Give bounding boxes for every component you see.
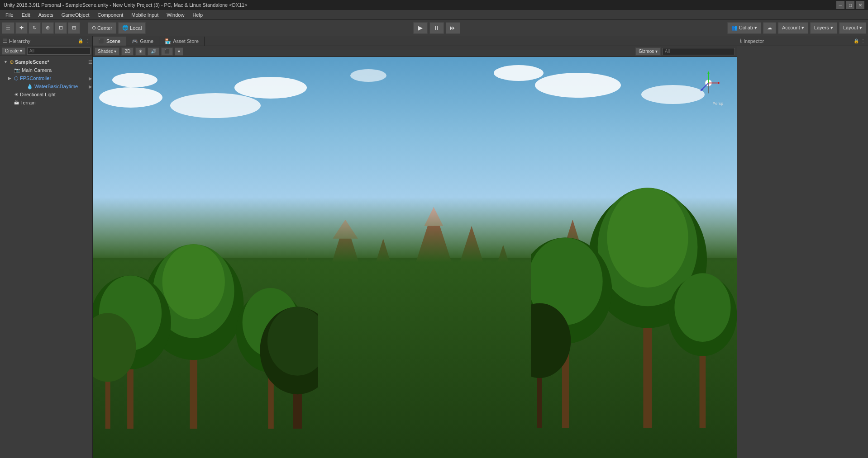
rotate-tool[interactable]: ↻ — [29, 22, 41, 34]
persp-label: Persp — [712, 101, 723, 106]
tree-expand-icon: ▼ — [4, 60, 8, 64]
svg-marker-31 — [718, 82, 720, 85]
hierarchy-title: Hierarchy — [9, 38, 30, 44]
toolbar: ☰ ✚ ↻ ⊕ ⊡ ⊞ ⊙ Center 🌐 Local ▶ ⏸ ⏭ 👥 Col… — [0, 20, 868, 36]
tree-no-expand: ▶ — [8, 68, 13, 72]
pause-button[interactable]: ⏸ — [429, 22, 444, 34]
scene-menu-icon[interactable]: ☰ — [88, 60, 92, 65]
play-button[interactable]: ▶ — [413, 22, 428, 34]
hidden-button[interactable]: ▾ — [175, 47, 183, 56]
layout-dropdown[interactable]: Layout ▾ — [839, 22, 866, 34]
close-button[interactable]: ✕ — [856, 1, 864, 9]
water-icon: 💧 — [27, 84, 33, 90]
menu-gameobject[interactable]: GameObject — [58, 11, 93, 19]
center-area: ⬛ Scene 🎮 Game 🏪 Asset Store Shaded ▾ 2D… — [93, 36, 737, 458]
layers-label: Layers ▾ — [814, 25, 833, 31]
audio-button[interactable]: 🔊 — [148, 47, 159, 56]
pivot-label: Center — [97, 25, 112, 31]
hierarchy-item-samplescene[interactable]: ▼ ⊙ SampleScene* ☰ — [0, 58, 92, 66]
inspector-icon: ℹ — [740, 38, 742, 44]
inspector-more-icon[interactable]: ⋮ — [861, 38, 865, 43]
main-layout: ☰ Hierarchy 🔒 ⋮ Create ▾ ▼ ⊙ SampleScene… — [0, 36, 868, 458]
hierarchy-search[interactable] — [27, 47, 91, 55]
prefab-icon: ⬡ — [14, 76, 19, 81]
hand-tool[interactable]: ☰ — [2, 22, 14, 34]
toolbar-sep-1 — [84, 23, 84, 33]
hierarchy-header-left: ☰ Hierarchy — [3, 38, 30, 44]
svg-marker-29 — [707, 71, 710, 74]
layout-label: Layout ▾ — [843, 25, 862, 31]
inspector-panel: ℹ Inspector 🔒 ⋮ — [737, 36, 868, 458]
scene-3d-view: Persp — [93, 57, 737, 458]
inspector-title: Inspector — [744, 38, 764, 44]
step-button[interactable]: ⏭ — [446, 22, 460, 34]
rect-tool[interactable]: ⊡ — [55, 22, 67, 34]
hierarchy-tree: ▼ ⊙ SampleScene* ☰ ▶ 📷 Main Camera ▶ ⬡ F… — [0, 56, 92, 458]
cloud-7 — [494, 65, 544, 81]
assetstore-tab-label: Asset Store — [173, 38, 199, 44]
minimize-button[interactable]: ─ — [836, 1, 844, 9]
scene-view[interactable]: Persp — [93, 57, 737, 458]
world-icon: 🌐 — [122, 25, 129, 31]
maximize-button[interactable]: □ — [846, 1, 854, 9]
scene-search-input[interactable] — [663, 48, 735, 55]
hierarchy-create-button[interactable]: Create ▾ — [2, 47, 25, 55]
hierarchy-item-waterbasic[interactable]: ▶ 💧 WaterBasicDaytime ▶ — [0, 82, 92, 90]
cloud-button[interactable]: ☁ — [763, 22, 776, 34]
menu-edit[interactable]: Edit — [18, 11, 34, 19]
world-button[interactable]: 🌐 Local — [118, 22, 146, 34]
effects-button[interactable]: ⬛ — [161, 47, 173, 56]
hierarchy-panel: ☰ Hierarchy 🔒 ⋮ Create ▾ ▼ ⊙ SampleScene… — [0, 36, 93, 458]
menu-assets[interactable]: Assets — [35, 11, 57, 19]
inspector-header: ℹ Inspector 🔒 ⋮ — [737, 36, 868, 46]
shading-mode-button[interactable]: Shaded ▾ — [95, 47, 119, 56]
gizmos-dropdown-icon: ▾ — [655, 49, 658, 54]
pivot-button[interactable]: ⊙ Center — [88, 22, 116, 34]
water-label: WaterBasicDaytime — [34, 84, 78, 89]
transform-tool[interactable]: ⊞ — [68, 22, 80, 34]
scale-tool[interactable]: ⊕ — [42, 22, 54, 34]
light-no-expand: ▶ — [8, 92, 13, 97]
hierarchy-item-fpscontroller[interactable]: ▶ ⬡ FPSController ▶ — [0, 74, 92, 82]
view-2d-button[interactable]: 2D — [121, 47, 134, 56]
water-arrow-icon: ▶ — [89, 84, 92, 89]
hierarchy-toolbar: Create ▾ — [0, 46, 92, 56]
move-tool[interactable]: ✚ — [15, 22, 28, 34]
hierarchy-item-maincamera[interactable]: ▶ 📷 Main Camera — [0, 66, 92, 74]
hierarchy-more-icon[interactable]: ⋮ — [85, 38, 90, 43]
gizmos-button[interactable]: Gizmos ▾ — [635, 47, 661, 56]
cloud-3 — [170, 93, 261, 118]
pivot-icon: ⊙ — [92, 25, 96, 31]
scene-toolbar: Shaded ▾ 2D ☀ 🔊 ⬛ ▾ Gizmos ▾ — [93, 46, 737, 57]
terrain-no-expand: ▶ — [8, 100, 13, 105]
cloud-4 — [234, 77, 307, 99]
lighting-button[interactable]: ☀ — [135, 47, 146, 56]
scene-tab-icon: ⬛ — [98, 38, 105, 44]
menu-mobileinput[interactable]: Mobile Input — [128, 11, 162, 19]
svg-marker-33 — [700, 89, 703, 91]
account-dropdown[interactable]: Account ▾ — [778, 22, 808, 34]
hierarchy-item-terrain[interactable]: ▶ 🏔 Terrain — [0, 99, 92, 107]
hierarchy-item-directionallight[interactable]: ▶ ☀ Directional Light — [0, 90, 92, 99]
tool-group: ☰ ✚ ↻ ⊕ ⊡ ⊞ — [2, 22, 80, 34]
hierarchy-lock-icon[interactable]: 🔒 — [78, 38, 83, 43]
menu-file[interactable]: File — [2, 11, 17, 19]
menu-window[interactable]: Window — [163, 11, 188, 19]
tab-assetstore[interactable]: 🏪 Asset Store — [159, 37, 205, 46]
collab-icon: 👥 — [731, 25, 738, 31]
menu-bar: File Edit Assets GameObject Component Mo… — [0, 10, 868, 20]
fps-arrow-icon: ▶ — [89, 76, 92, 81]
scene-tabs: ⬛ Scene 🎮 Game 🏪 Asset Store — [93, 36, 737, 46]
inspector-lock-icon[interactable]: 🔒 — [854, 38, 859, 43]
menu-component[interactable]: Component — [94, 11, 127, 19]
tab-game[interactable]: 🎮 Game — [126, 37, 159, 46]
game-tab-icon: 🎮 — [132, 38, 138, 44]
light-icon: ☀ — [14, 92, 19, 98]
ground-layer — [93, 197, 737, 458]
menu-help[interactable]: Help — [189, 11, 206, 19]
inspector-panel-icons: 🔒 ⋮ — [854, 38, 865, 43]
view-2d-label: 2D — [124, 49, 130, 54]
tab-scene[interactable]: ⬛ Scene — [93, 37, 126, 46]
collab-button[interactable]: 👥 Collab ▾ — [727, 22, 761, 34]
layers-dropdown[interactable]: Layers ▾ — [810, 22, 837, 34]
